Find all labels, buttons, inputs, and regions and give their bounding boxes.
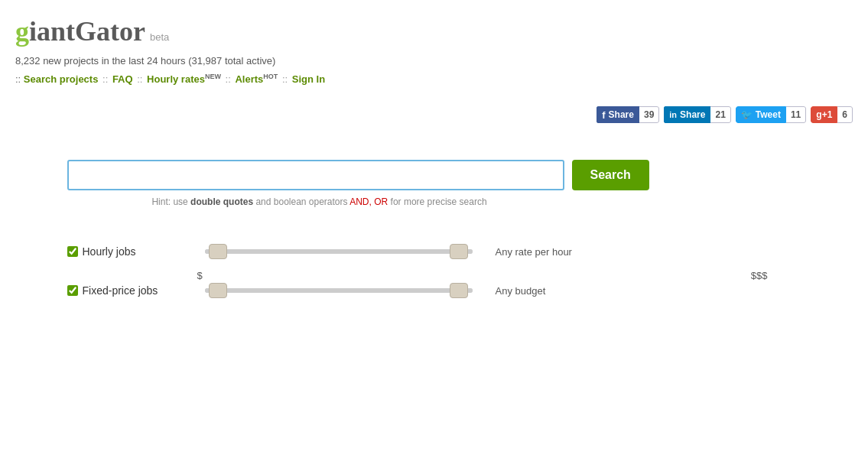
hourly-slider-track [205,249,473,254]
search-input[interactable] [67,160,564,190]
hourly-label: Hourly jobs [83,245,136,258]
twitter-icon: 🐦 [741,109,753,120]
search-hint: Hint: use double quotes and boolean oper… [67,196,572,207]
hourly-slider-thumb-right[interactable] [450,244,468,259]
logo-beta: beta [150,31,169,43]
filter-section: Hourly jobs Any rate per hour $ $$$ Fixe… [52,245,817,297]
header: g iantGator beta 8,232 new projects in t… [0,0,868,100]
nav-hourly-rates[interactable]: Hourly ratesNEW [147,73,221,85]
fixed-description: Any budget [496,285,546,297]
search-row: Search [67,160,801,190]
logo-g: g [15,15,29,47]
twitter-count: 11 [786,106,806,123]
hourly-rates-badge: NEW [205,73,221,80]
nav-sep4: :: [282,73,291,85]
hourly-checkbox[interactable] [67,246,78,257]
fixed-checkbox-label[interactable]: Fixed-price jobs [67,284,182,297]
hourly-slider-fill [205,249,473,254]
hourly-slider [197,249,480,254]
nav: :: Search projects :: FAQ :: Hourly rate… [15,73,853,85]
fixed-filter-row: Fixed-price jobs Any budget [67,284,801,297]
twitter-share-button[interactable]: 🐦 Tweet 11 [736,106,806,123]
nav-sep1: :: [102,73,111,85]
facebook-count: 39 [639,106,659,123]
alerts-badge: HOT [263,73,278,80]
search-section: Search Hint: use double quotes and boole… [52,129,817,245]
nav-faq[interactable]: FAQ [112,73,133,85]
nav-sep2: :: [137,73,145,85]
hint-bool: AND, OR [349,196,388,207]
googleplus-share-button[interactable]: g+1 6 [811,106,853,123]
fixed-checkbox[interactable] [67,285,78,296]
twitter-label: Tweet [756,109,781,120]
googleplus-share-label: g+1 [811,106,837,123]
googleplus-count: 6 [837,106,853,123]
fixed-max-label: $$$ [751,270,768,281]
twitter-share-label: 🐦 Tweet [736,106,786,123]
facebook-icon: f [602,109,605,121]
nav-sign-in[interactable]: Sign In [292,73,325,85]
fixed-slider-thumb-right[interactable] [450,283,468,298]
fixed-slider-track [205,288,473,293]
tagline: 8,232 new projects in the last 24 hours … [15,55,853,67]
hourly-filter-row: Hourly jobs Any rate per hour [67,245,801,258]
nav-sep3: :: [226,73,234,85]
facebook-label: Share [609,109,634,120]
facebook-share-label: f Share [597,106,639,123]
fixed-slider-fill [205,288,473,293]
facebook-share-button[interactable]: f Share 39 [597,106,659,123]
fixed-label: Fixed-price jobs [83,284,158,297]
logo-rest: iantGator [29,15,145,47]
nav-search-projects[interactable]: Search projects [24,73,99,85]
linkedin-label: Share [680,109,705,120]
hourly-checkbox-label[interactable]: Hourly jobs [67,245,182,258]
fixed-min-label: $ [197,270,203,281]
fixed-filter-wrapper: $ $$$ Fixed-price jobs Any budget [67,270,801,297]
hourly-description: Any rate per hour [496,246,572,258]
linkedin-share-button[interactable]: in Share 21 [664,106,731,123]
hint-bold: double quotes [190,196,253,207]
linkedin-share-label: in Share [664,106,710,123]
nav-alerts[interactable]: AlertsHOT [235,73,278,85]
search-button[interactable]: Search [572,160,649,190]
fixed-slider-thumb-left[interactable] [209,283,227,298]
linkedin-icon: in [669,110,677,119]
social-bar: f Share 39 in Share 21 🐦 Tweet 11 g+1 6 [0,100,868,129]
nav-separator: :: [15,73,21,85]
fixed-slider-labels: $ $$$ [67,270,801,281]
logo: g iantGator beta [15,15,853,47]
fixed-slider [197,288,480,293]
linkedin-count: 21 [710,106,730,123]
hourly-slider-thumb-left[interactable] [209,244,227,259]
